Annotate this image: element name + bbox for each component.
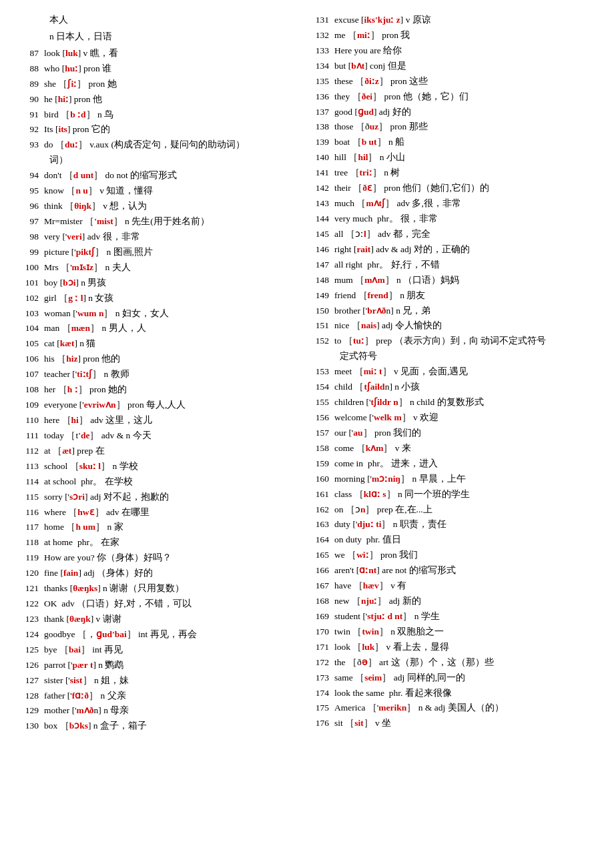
entry-content: welcome ['welk m］ v 欢迎 (334, 411, 594, 425)
entry-content: the ［ðə］ art 这（那）个，这（那）些 (334, 656, 594, 670)
entry-meaning: 盒子，箱子 (100, 721, 147, 731)
list-item: 161class ［klɑː s］ n 同一个班的学生 (310, 488, 594, 502)
list-item: 95know ［n u］ v 知道，懂得 (20, 184, 304, 198)
entry-pos: n (388, 137, 393, 147)
list-item: 108her ［h ː］ pron 她的 (20, 383, 304, 397)
entry-pos: pron (83, 354, 99, 364)
entry-number: 98 (20, 230, 44, 244)
header-line2: n 日本人，日语 (20, 30, 304, 44)
entry-pos: phr。 (77, 537, 99, 547)
entry-phonetic: ［triː］ (350, 167, 382, 177)
entry-number: 137 (310, 105, 334, 119)
entry-pos: v (375, 718, 380, 728)
entry-number: 111 (20, 429, 44, 443)
entry-pos: adv (90, 415, 103, 425)
entry-number: 141 (310, 166, 334, 180)
entry-phonetic: [rait] (354, 244, 374, 254)
entry-phonetic: ［nais] (352, 320, 380, 330)
entry-content: our ['au］ pron 我们的 (334, 426, 594, 440)
entry-pos: v (99, 185, 104, 195)
list-item: 102girl ［g ː l] n 女孩 (20, 292, 304, 306)
entry-word: at home (44, 537, 73, 547)
entry-meaning: 我 (400, 30, 410, 40)
entry-number: 161 (310, 488, 334, 502)
entry-content: have ［hæv］ v 有 (334, 579, 594, 593)
entry-number: 167 (310, 579, 334, 593)
entry-number: 104 (20, 322, 44, 336)
entry-pos: phr。 (377, 213, 398, 224)
entry-number: 142 (310, 181, 334, 195)
list-item: 172the ［ðə］ art 这（那）个，这（那）些 (310, 656, 594, 670)
entry-meaning: 先生(用于姓名前） (131, 216, 210, 226)
entry-pos: v (96, 614, 101, 624)
list-item: 127sister ['sist］ n 姐，妹 (20, 674, 304, 688)
entry-number: 168 (310, 594, 334, 608)
entry-meaning: 教师 (111, 369, 129, 379)
entry-word: look the same (334, 688, 384, 698)
list-item: 123thank [θæŋk] v 谢谢 (20, 612, 304, 626)
entry-phonetic: ['mɔːniŋ］ (367, 474, 410, 484)
entry-phonetic: [iks'kjuː z] (361, 15, 403, 25)
entry-meaning: 令人愉快的 (395, 320, 442, 330)
list-item: 139boat ［b ut］ n 船 (310, 135, 594, 149)
entry-meaning: 图画,照片 (113, 247, 153, 257)
entry-content: all right phr。 好,行，不错 (334, 258, 594, 272)
entry-content: class ［klɑː s］ n 同一个班的学生 (334, 488, 594, 502)
entry-phonetic: ［tʃaildn] (354, 382, 392, 392)
left-column: 本人n 日本人，日语87look [luk] v 瞧，看88who [huː] … (20, 13, 304, 735)
entry-continuation: 定式符号 (310, 350, 594, 364)
list-item: 113school ［skuː l］ n 学校 (20, 460, 304, 474)
entry-phonetic: ［ʃiː］ (58, 79, 86, 89)
entry-meaning: 谁 (102, 63, 111, 73)
entry-number: 102 (20, 292, 44, 306)
entry-number: 130 (20, 719, 44, 733)
entry-number: 152 (310, 334, 334, 348)
entry-word: their (334, 183, 351, 193)
entry-number: 97 (20, 215, 44, 229)
entry-meaning: 这（那）个，这（那）些 (391, 657, 494, 667)
entry-meaning: （口语）好,对，不错，可以 (77, 598, 191, 608)
entry-phonetic: ［æt] (53, 446, 75, 456)
entry-pos: v (406, 15, 410, 25)
entry-phonetic: ［kʌm］ (356, 443, 393, 453)
entry-word: sister (44, 675, 63, 685)
list-item: 111today ［t'de］ adv & n 今天 (20, 429, 304, 443)
entry-meaning: 学校 (119, 461, 138, 471)
list-item: 153meet ［miː t］ v 见面，会面,遇见 (310, 365, 594, 379)
entry-phonetic: ['mʌðn] (72, 705, 101, 715)
entry-content: don't ［d unt］ do not 的缩写形式 (44, 169, 304, 183)
list-item: 119How are you? 你（身体）好吗？ (20, 551, 304, 565)
list-item: 130box ［bɔks] n 盒子，箱子 (20, 719, 304, 733)
list-item: 120fine [fain] adj （身体）好的 (20, 566, 304, 580)
list-item: 149friend ［frend］ n 朋友 (310, 289, 594, 303)
entry-meaning: 进来，进入 (391, 458, 438, 468)
entry-content: all ［ɔːl］ adv 都，完全 (334, 228, 594, 242)
entry-meaning: 很，非常 (103, 232, 140, 242)
list-item: 122OK adv （口语）好,对，不错，可以 (20, 597, 304, 611)
entry-phonetic: ['sist］ (65, 675, 92, 685)
entry-number: 166 (310, 564, 334, 578)
entry-number: 103 (20, 307, 44, 321)
entry-content: Mr=mister ［'mist］ n 先生(用于姓名前） (44, 215, 304, 229)
list-item: 171look ［luk］ v 看上去，显得 (310, 640, 594, 655)
entry-number: 155 (310, 396, 334, 410)
list-item: 152to ［tuː］ prep （表示方向）到，向 动词不定式符号 (310, 334, 594, 348)
entry-phonetic: ['sɔri] (65, 492, 87, 502)
list-item: 121thanks [θæŋks] n 谢谢（只用复数） (20, 582, 304, 596)
list-item: 174look the same phr. 看起来很像 (310, 687, 594, 701)
list-item: 100Mrs ［'mɪsɪz］ n 夫人 (20, 261, 304, 275)
entry-number: 156 (310, 411, 334, 425)
list-item: 136they ［ðei］ pron 他（她，它）们 (310, 90, 594, 104)
entry-meaning: (构成否定句，疑问句的助动词） (111, 139, 245, 149)
entry-word: parrot (44, 660, 65, 670)
entry-number: 121 (20, 582, 44, 596)
entry-meaning: 他（她，它）们 (403, 91, 469, 101)
entry-pos: pron (384, 183, 400, 193)
entry-word: Its (44, 124, 53, 134)
entry-word: those (334, 121, 354, 131)
list-item: 109everyone ['evriwʌn］ pron 每人,人人 (20, 398, 304, 412)
entry-phonetic: ［ɔn］ (346, 504, 375, 514)
entry-meaning: 姐，妹 (101, 675, 129, 685)
entry-phonetic: ［miː t］ (354, 366, 392, 376)
entry-number: 108 (20, 383, 44, 397)
